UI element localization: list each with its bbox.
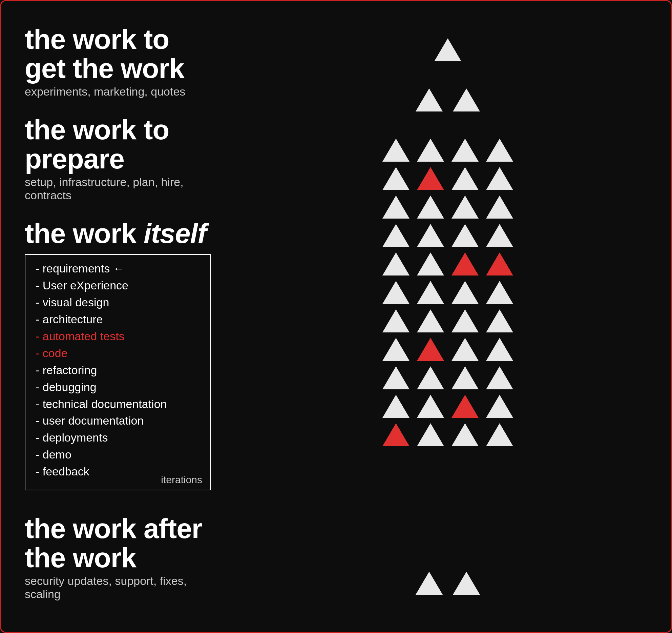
tri-3-3	[451, 196, 479, 219]
after-subtitle: security updates, support, fixes, scalin…	[25, 574, 211, 601]
grid-row-3	[382, 196, 513, 219]
iterations-label: iterations	[161, 474, 202, 486]
section-itself: the work itself - requirements ← - User …	[25, 219, 211, 490]
tri-8-3	[451, 338, 479, 361]
tri-10-1	[382, 395, 410, 418]
prepare-title: the work to prepare	[25, 115, 211, 173]
section-get-work: the work to get the work experiments, ma…	[25, 25, 211, 98]
tri-7-3	[451, 309, 479, 332]
grid-row-4	[382, 224, 513, 247]
list-item-visual-design: - visual design	[36, 295, 200, 310]
tri-3-2	[417, 196, 444, 219]
list-item-requirements: - requirements ←	[36, 261, 200, 277]
list-item-code: - code	[36, 346, 200, 361]
tri-9-2	[417, 366, 444, 389]
grid-row-8	[382, 338, 513, 361]
tri-8-1	[382, 338, 410, 361]
tri-4-4	[486, 224, 513, 247]
grid-row-1	[382, 139, 513, 162]
list-item-technical-docs: - technical documentation	[36, 396, 200, 412]
tri-7-2	[417, 309, 444, 332]
iterations-box: - requirements ← - User eXperience - vis…	[25, 254, 211, 490]
triangle-after-2	[453, 572, 480, 595]
tri-2-4	[486, 167, 513, 190]
get-work-subtitle: experiments, marketing, quotes	[25, 85, 211, 98]
tri-6-2	[417, 281, 444, 304]
triangle-prepare-2	[453, 88, 480, 111]
right-inner	[252, 25, 644, 612]
grid-row-2	[382, 167, 513, 190]
work-list: - requirements ← - User eXperience - vis…	[36, 261, 200, 479]
page-container: the work to get the work experiments, ma…	[0, 0, 672, 633]
grid-row-11	[382, 423, 513, 446]
tri-5-4	[486, 252, 513, 275]
triangles-section-2	[252, 88, 644, 139]
tri-2-1	[382, 167, 410, 190]
tri-10-4	[486, 395, 513, 418]
triangles-grid	[252, 139, 644, 551]
tri-9-1	[382, 366, 410, 389]
itself-title-italic: itself	[144, 218, 206, 249]
tri-1-4	[486, 139, 513, 162]
grid-row-7	[382, 309, 513, 332]
tri-1-2	[417, 139, 444, 162]
list-item-deployments: - deployments	[36, 430, 200, 446]
list-item-automated-tests: - automated tests	[36, 329, 200, 344]
tri-4-2	[417, 224, 444, 247]
tri-5-1	[382, 252, 410, 275]
list-item-refactoring: - refactoring	[36, 363, 200, 378]
tri-6-1	[382, 281, 410, 304]
tri-9-4	[486, 366, 513, 389]
tri-6-4	[486, 281, 513, 304]
tri-11-3	[451, 423, 479, 446]
tri-3-4	[486, 196, 513, 219]
tri-5-2	[417, 252, 444, 275]
left-panel: the work to get the work experiments, ma…	[1, 1, 231, 632]
tri-10-3	[451, 395, 479, 418]
tri-2-3	[451, 167, 479, 190]
prepare-subtitle: setup, infrastructure, plan, hire, contr…	[25, 176, 211, 202]
tri-8-4	[486, 338, 513, 361]
tri-11-2	[417, 423, 444, 446]
tri-10-2	[417, 395, 444, 418]
tri-7-4	[486, 309, 513, 332]
list-item-debugging: - debugging	[36, 380, 200, 395]
list-item-demo: - demo	[36, 447, 200, 463]
itself-title: the work itself	[25, 219, 211, 248]
tri-11-4	[486, 423, 513, 446]
triangle-single	[434, 38, 461, 61]
tri-4-3	[451, 224, 479, 247]
grid-row-6	[382, 281, 513, 304]
tri-4-1	[382, 224, 410, 247]
right-panel	[231, 1, 671, 632]
grid-row-5	[382, 252, 513, 275]
list-item-user-docs: - user documentation	[36, 413, 200, 429]
tri-9-3	[451, 366, 479, 389]
tri-1-3	[451, 139, 479, 162]
tri-6-3	[451, 281, 479, 304]
tri-5-3	[451, 252, 479, 275]
triangle-after-1	[416, 572, 443, 595]
triangle-prepare-1	[416, 88, 443, 111]
list-item-ux: - User eXperience	[36, 278, 200, 293]
tri-1-1	[382, 139, 410, 162]
list-item-architecture: - architecture	[36, 312, 200, 327]
grid-row-10	[382, 395, 513, 418]
tri-8-2	[417, 338, 444, 361]
triangles-section-4	[252, 551, 644, 612]
get-work-title: the work to get the work	[25, 25, 211, 83]
tri-3-1	[382, 196, 410, 219]
itself-title-prefix: the work	[25, 218, 144, 249]
grid-row-9	[382, 366, 513, 389]
triangles-section-1	[252, 25, 644, 88]
section-after: the work after the work security updates…	[25, 514, 211, 601]
section-prepare: the work to prepare setup, infrastructur…	[25, 115, 211, 202]
tri-7-1	[382, 309, 410, 332]
after-title: the work after the work	[25, 514, 211, 572]
tri-11-1	[382, 423, 410, 446]
tri-2-2	[417, 167, 444, 190]
